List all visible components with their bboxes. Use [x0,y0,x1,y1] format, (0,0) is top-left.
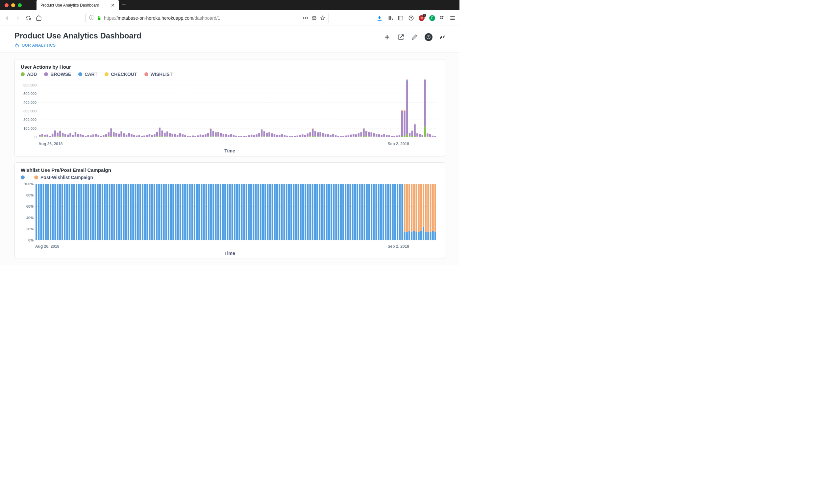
svg-rect-387 [45,184,47,240]
svg-rect-522 [364,184,365,240]
svg-rect-390 [52,184,54,240]
svg-rect-317 [391,137,393,137]
svg-rect-508 [330,184,332,240]
svg-rect-434 [156,184,157,240]
more-icon[interactable]: ••• [303,15,308,21]
svg-rect-45 [67,137,68,137]
svg-rect-340 [409,136,410,137]
legend-item-wishlist[interactable]: WISHLIST [144,72,173,77]
svg-rect-544 [409,184,410,231]
address-bar[interactable]: ⓘ https://metabase-on-heroku.herokuapp.c… [86,13,329,23]
svg-rect-446 [184,184,186,240]
svg-rect-294 [363,128,364,129]
svg-rect-41 [62,137,64,137]
forward-button[interactable] [15,15,21,21]
svg-rect-518 [354,184,356,240]
auto-refresh-button[interactable] [425,33,432,41]
svg-rect-535 [394,184,396,240]
svg-rect-123 [159,128,160,128]
chart-canvas: 0%20%40%60%80%100% [21,183,439,244]
svg-rect-7 [442,17,443,18]
svg-rect-453 [201,184,202,240]
svg-rect-415 [111,184,113,240]
svg-rect-497 [305,184,306,240]
library-icon[interactable] [387,15,393,21]
browser-toolbar: ⓘ https://metabase-on-heroku.herokuapp.c… [0,10,460,26]
url-text: https://metabase-on-heroku.herokuapp.com… [104,15,300,21]
svg-rect-274 [340,137,341,137]
bookmark-icon[interactable] [320,15,325,21]
svg-rect-321 [396,137,398,137]
svg-rect-475 [253,184,254,240]
svg-rect-222 [276,135,278,137]
close-tab-icon[interactable]: ✕ [111,3,115,8]
legend-item-blank[interactable] [21,176,27,179]
svg-rect-164 [210,129,211,136]
move-button[interactable] [398,34,404,40]
pocket-icon[interactable] [311,15,317,21]
extension-red-icon[interactable]: w1 [419,15,425,21]
card-wishlist-campaign[interactable]: Wishlist Use Pre/Post Email Campaign Pos… [15,162,445,259]
svg-rect-339 [406,79,408,80]
svg-rect-478 [260,184,261,240]
maximize-window-button[interactable] [18,3,22,7]
svg-rect-127 [164,137,166,137]
svg-rect-413 [106,184,108,240]
svg-rect-85 [113,132,115,136]
legend-item-post[interactable]: Post-Wishlist Campaign [34,175,93,180]
close-window-button[interactable] [5,3,8,7]
minimize-window-button[interactable] [11,3,15,7]
legend-item-checkout[interactable]: CHECKOUT [105,72,137,77]
svg-rect-366 [429,134,431,137]
home-button[interactable] [35,15,42,21]
svg-rect-109 [143,136,145,137]
page-title: Product Use Analytics Dashboard [15,31,141,40]
swatch-icon [21,72,25,76]
card-user-actions[interactable]: User Actions by Hour ADD BROWSE CART CHE… [15,59,445,156]
reload-button[interactable] [25,15,32,21]
svg-rect-176 [223,137,224,137]
svg-text:100%: 100% [24,183,34,186]
help-icon[interactable] [408,15,414,21]
breadcrumb-label: OUR ANALYTICS [22,43,56,48]
apps-icon[interactable] [440,15,445,21]
svg-rect-283 [350,135,352,137]
svg-rect-448 [189,184,190,240]
legend-item-browse[interactable]: BROWSE [44,72,71,77]
edit-button[interactable] [411,34,417,40]
svg-rect-545 [411,232,412,240]
sidebar-icon[interactable] [398,15,404,21]
svg-rect-442 [175,184,176,240]
svg-rect-68 [95,134,97,137]
svg-rect-110 [146,137,148,137]
svg-rect-411 [102,184,103,240]
new-tab-button[interactable]: + [122,1,126,9]
svg-rect-151 [194,137,196,137]
svg-rect-58 [82,135,84,137]
svg-rect-95 [126,135,127,137]
svg-rect-152 [194,136,196,137]
svg-rect-395 [64,184,66,240]
extension-green-icon[interactable]: G [429,15,435,21]
svg-rect-330 [404,136,405,137]
back-button[interactable] [4,15,11,21]
svg-rect-346 [411,131,413,131]
browser-tab[interactable]: Product Use Analytics Dashboard · | ✕ [36,0,119,10]
svg-rect-401 [78,184,80,240]
svg-rect-501 [314,184,316,240]
svg-rect-33 [52,137,53,137]
info-icon[interactable]: ⓘ [89,15,95,21]
add-button[interactable] [384,34,390,40]
download-icon[interactable] [377,15,382,21]
svg-rect-499 [309,184,311,240]
legend-item-cart[interactable]: CART [78,72,97,77]
menu-icon[interactable] [450,15,456,21]
svg-rect-167 [210,128,211,129]
legend-item-add[interactable]: ADD [21,72,37,77]
fullscreen-button[interactable] [440,35,445,40]
svg-rect-213 [266,137,268,137]
svg-rect-563 [432,231,434,240]
breadcrumb[interactable]: OUR ANALYTICS [15,43,141,48]
svg-rect-407 [92,184,94,240]
svg-rect-118 [156,136,158,137]
